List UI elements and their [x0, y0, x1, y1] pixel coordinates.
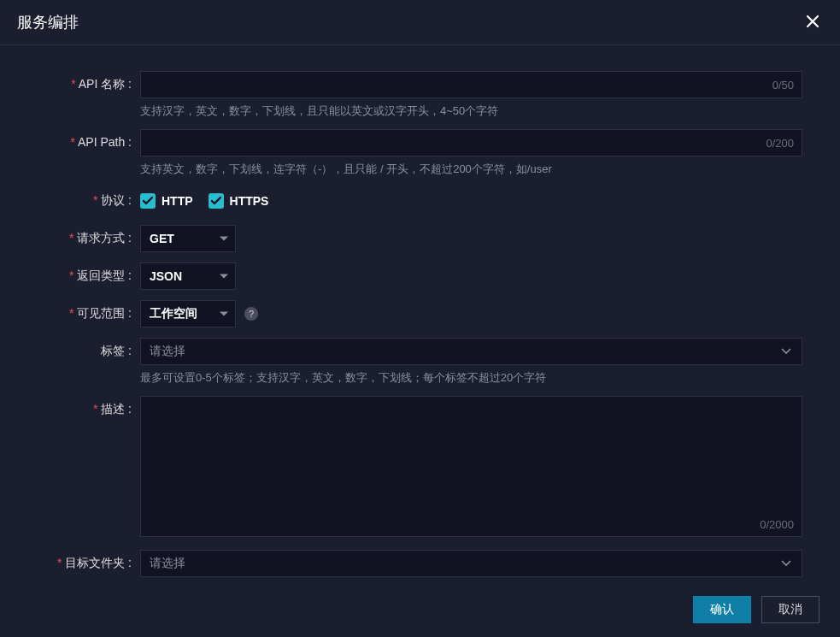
- cancel-button[interactable]: 取消: [761, 596, 819, 623]
- row-visibility: 可见范围 : 工作空间 ?: [38, 300, 802, 327]
- modal-title: 服务编排: [17, 12, 79, 32]
- label-target-folder: 目标文件夹 :: [38, 550, 140, 571]
- tags-placeholder: 请选择: [150, 344, 185, 359]
- help-icon[interactable]: ?: [244, 307, 258, 321]
- checkbox-http[interactable]: HTTP: [140, 193, 193, 209]
- row-protocol: 协议 : HTTP HTTPS: [38, 187, 802, 215]
- row-method: 请求方式 : GET: [38, 225, 802, 252]
- row-api-name: API 名称 : 0/50 支持汉字，英文，数字，下划线，且只能以英文或汉字开头…: [38, 71, 802, 119]
- label-return-type: 返回类型 :: [38, 262, 140, 284]
- confirm-button[interactable]: 确认: [693, 596, 751, 623]
- api-name-helper: 支持汉字，英文，数字，下划线，且只能以英文或汉字开头，4~50个字符: [140, 103, 802, 119]
- checkbox-icon: [140, 193, 156, 209]
- return-type-value: JSON: [150, 269, 182, 283]
- modal-footer: 确认 取消: [0, 586, 840, 637]
- content-method: GET: [140, 225, 802, 252]
- content-visibility: 工作空间 ?: [140, 300, 802, 327]
- tags-helper: 最多可设置0-5个标签；支持汉字，英文，数字，下划线；每个标签不超过20个字符: [140, 370, 802, 386]
- checkbox-https-label: HTTPS: [230, 194, 269, 208]
- label-tags: 标签 :: [38, 338, 140, 359]
- chevron-down-icon: [220, 312, 228, 316]
- visibility-value: 工作空间: [150, 306, 197, 321]
- label-method: 请求方式 :: [38, 225, 140, 246]
- description-textarea[interactable]: [140, 396, 802, 537]
- chevron-down-icon: [781, 348, 791, 355]
- return-type-select[interactable]: JSON: [140, 262, 236, 290]
- label-api-path: API Path :: [38, 129, 140, 149]
- content-protocol: HTTP HTTPS: [140, 187, 802, 215]
- row-description: 描述 : 0/2000: [38, 396, 802, 540]
- row-return-type: 返回类型 : JSON: [38, 262, 802, 290]
- label-api-name: API 名称 :: [38, 71, 140, 92]
- label-visibility: 可见范围 :: [38, 300, 140, 321]
- content-return-type: JSON: [140, 262, 802, 290]
- chevron-down-icon: [781, 560, 791, 567]
- content-api-path: 0/200 支持英文，数字，下划线，连字符（-），且只能 / 开头，不超过200…: [140, 129, 802, 177]
- target-folder-placeholder: 请选择: [150, 556, 185, 571]
- chevron-down-icon: [220, 274, 228, 279]
- row-api-path: API Path : 0/200 支持英文，数字，下划线，连字符（-），且只能 …: [38, 129, 802, 177]
- modal-header: 服务编排: [0, 0, 840, 45]
- label-description: 描述 :: [38, 396, 140, 417]
- close-icon[interactable]: [802, 13, 823, 32]
- method-value: GET: [150, 232, 174, 245]
- visibility-select[interactable]: 工作空间: [140, 300, 236, 327]
- content-api-name: 0/50 支持汉字，英文，数字，下划线，且只能以英文或汉字开头，4~50个字符: [140, 71, 802, 119]
- api-path-input[interactable]: [140, 129, 802, 156]
- row-target-folder: 目标文件夹 : 请选择: [38, 550, 802, 577]
- label-protocol: 协议 :: [38, 187, 140, 209]
- api-path-counter: 0/200: [766, 137, 794, 150]
- modal-body: API 名称 : 0/50 支持汉字，英文，数字，下划线，且只能以英文或汉字开头…: [0, 45, 840, 586]
- content-description: 0/2000: [140, 396, 802, 540]
- chevron-down-icon: [220, 237, 228, 241]
- target-folder-select[interactable]: 请选择: [140, 550, 802, 577]
- row-tags: 标签 : 请选择 最多可设置0-5个标签；支持汉字，英文，数字，下划线；每个标签…: [38, 338, 802, 386]
- description-counter: 0/2000: [760, 518, 794, 531]
- api-name-counter: 0/50: [772, 79, 794, 91]
- api-name-input[interactable]: [140, 71, 802, 98]
- api-path-helper: 支持英文，数字，下划线，连字符（-），且只能 / 开头，不超过200个字符，如/…: [140, 162, 802, 177]
- method-select[interactable]: GET: [140, 225, 236, 252]
- checkbox-icon: [209, 193, 224, 209]
- content-target-folder: 请选择: [140, 550, 802, 577]
- modal: 服务编排 API 名称 : 0/50 支持汉字，英文，数字，下划线，且只能以英文…: [0, 0, 840, 637]
- content-tags: 请选择 最多可设置0-5个标签；支持汉字，英文，数字，下划线；每个标签不超过20…: [140, 338, 802, 386]
- checkbox-https[interactable]: HTTPS: [209, 193, 269, 209]
- checkbox-http-label: HTTP: [162, 194, 193, 208]
- tags-select[interactable]: 请选择: [140, 338, 802, 365]
